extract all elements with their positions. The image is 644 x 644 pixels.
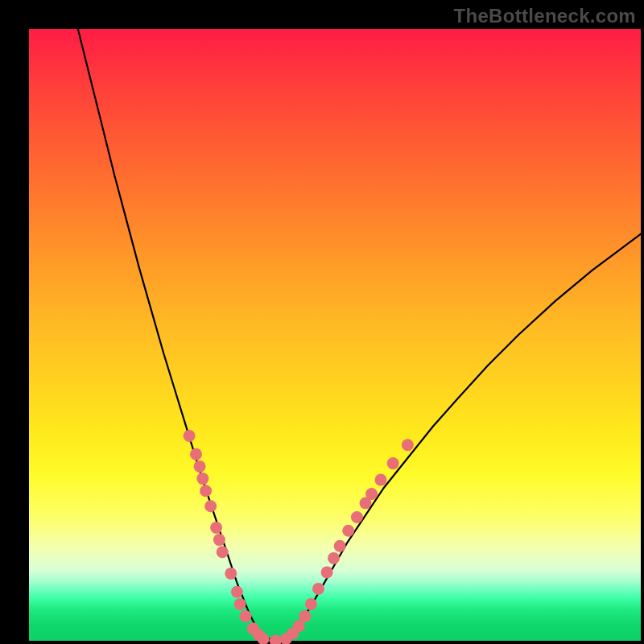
- watermark-text: TheBottleneck.com: [454, 5, 636, 27]
- curve-marker: [387, 457, 399, 469]
- curve-marker: [328, 552, 340, 564]
- chart-svg: [29, 29, 641, 641]
- plot-area: [29, 29, 641, 641]
- curve-marker: [210, 522, 222, 534]
- curve-marker: [342, 525, 354, 537]
- curve-marker: [299, 610, 311, 622]
- bottleneck-curve: [78, 29, 641, 641]
- chart-frame: TheBottleneck.com: [0, 0, 644, 644]
- curve-marker: [351, 511, 363, 523]
- curve-marker: [184, 430, 196, 442]
- curve-marker: [217, 546, 229, 558]
- curve-marker: [375, 474, 387, 486]
- curve-marker: [194, 460, 206, 473]
- curve-marker: [190, 448, 202, 460]
- curve-marker: [240, 610, 252, 622]
- curve-marker: [225, 568, 237, 580]
- curve-marker: [196, 473, 208, 485]
- curve-marker: [402, 439, 414, 451]
- curve-markers: [184, 430, 414, 644]
- curve-marker: [231, 586, 243, 598]
- curve-marker: [234, 598, 246, 610]
- curve-marker: [200, 485, 212, 497]
- curve-marker: [270, 635, 282, 645]
- curve-marker: [365, 488, 378, 500]
- curve-marker: [305, 598, 317, 610]
- curve-marker: [204, 500, 217, 512]
- curve-marker: [312, 583, 324, 595]
- curve-marker: [321, 566, 333, 578]
- curve-marker: [334, 540, 346, 552]
- curve-marker: [213, 534, 225, 546]
